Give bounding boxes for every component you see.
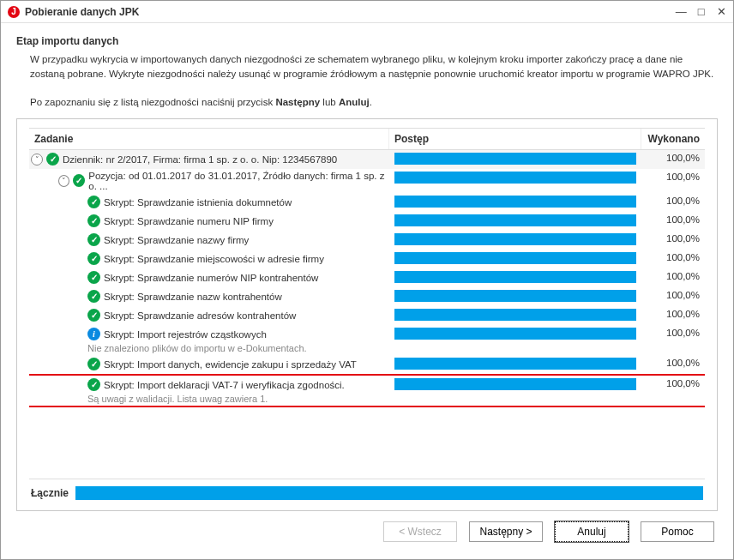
progress-bar (394, 378, 636, 390)
progress-bar (394, 328, 636, 340)
progress-bar (394, 271, 636, 283)
table-row[interactable]: ✓Skrypt: Sprawdzanie nazw kontrahentów10… (29, 287, 705, 306)
close-button[interactable]: ✕ (713, 5, 730, 18)
check-icon: ✓ (87, 271, 100, 284)
done-value: 100,0% (641, 212, 705, 227)
table-row[interactable]: ✓Skrypt: Sprawdzanie numerów NIP kontrah… (29, 268, 705, 287)
task-label: Pozycja: od 01.01.2017 do 31.01.2017, Źr… (88, 171, 386, 191)
task-label: Dziennik: nr 2/2017, Firma: firma 1 sp. … (63, 154, 337, 165)
done-value: 100,0% (641, 376, 705, 391)
table-row[interactable]: ✓Skrypt: Sprawdzanie miejscowości w adre… (29, 250, 705, 268)
task-subtext: Są uwagi z walidacji. Lista uwag zawiera… (29, 394, 386, 404)
progress-bar (394, 290, 636, 302)
stage-desc-p2b: lub (320, 97, 339, 107)
check-icon: ✓ (73, 174, 85, 187)
check-icon: ✓ (87, 309, 100, 322)
col-header-task: Zadanie (29, 129, 389, 149)
done-value: 100,0% (641, 150, 705, 166)
check-icon: ✓ (87, 290, 100, 303)
done-value: 100,0% (641, 231, 705, 246)
titlebar: J Pobieranie danych JPK — □ ✕ (1, 1, 733, 23)
info-icon: i (87, 328, 100, 340)
app-icon: J (8, 6, 20, 18)
check-icon: ✓ (87, 214, 100, 227)
check-icon: ✓ (87, 233, 100, 246)
task-subtext: Nie znaleziono plików do importu w e-Dok… (29, 343, 386, 353)
button-row: < Wstecz Następny > Anuluj Pomoc (16, 511, 718, 554)
check-icon: ✓ (87, 378, 100, 391)
progress-bar (394, 309, 636, 321)
window: J Pobieranie danych JPK — □ ✕ Etap impor… (0, 0, 734, 560)
minimize-button[interactable]: — (672, 5, 689, 18)
task-label: Skrypt: Sprawdzanie numerów NIP kontrahe… (104, 273, 318, 283)
table-row[interactable]: ˅✓Pozycja: od 01.01.2017 do 31.01.2017, … (29, 169, 705, 193)
done-value: 100,0% (641, 355, 705, 370)
stage-description: W przypadku wykrycia w importowanych dan… (30, 52, 718, 110)
done-value: 100,0% (641, 169, 705, 184)
total-progress-bar (75, 486, 703, 500)
table-row[interactable]: ✓Skrypt: Sprawdzanie adresów kontrahentó… (29, 306, 705, 325)
window-controls: — □ ✕ (672, 5, 730, 18)
task-label: Skrypt: Sprawdzanie nazwy firmy (104, 235, 249, 245)
collapse-icon[interactable]: ˅ (58, 175, 69, 187)
table-row[interactable]: iSkrypt: Import rejestrów cząstkowychNie… (29, 325, 705, 355)
table-row[interactable]: ✓Skrypt: Sprawdzanie numeru NIP firmy100… (29, 212, 705, 231)
task-label: Skrypt: Import deklaracji VAT-7 i weryfi… (104, 380, 345, 390)
task-label: Skrypt: Import rejestrów cząstkowych (104, 329, 267, 340)
progress-bar (394, 153, 636, 165)
progress-bar (394, 196, 636, 208)
done-value: 100,0% (641, 268, 705, 284)
task-label: Skrypt: Sprawdzanie miejscowości w adres… (104, 254, 324, 264)
maximize-button[interactable]: □ (693, 5, 710, 18)
task-label: Skrypt: Sprawdzanie numeru NIP firmy (104, 216, 274, 226)
col-header-progress: Postęp (389, 129, 641, 149)
content: Etap importu danych W przypadku wykrycia… (1, 23, 733, 559)
table-body: ˅✓Dziennik: nr 2/2017, Firma: firma 1 sp… (29, 150, 705, 479)
stage-desc-em2: Anuluj (339, 97, 370, 107)
done-value: 100,0% (641, 193, 705, 208)
check-icon: ✓ (87, 252, 100, 265)
task-label: Skrypt: Sprawdzanie nazw kontrahentów (104, 292, 282, 302)
col-header-done: Wykonano (641, 129, 705, 149)
done-value: 100,0% (641, 250, 705, 265)
stage-desc-p1: W przypadku wykrycia w importowanych dan… (30, 54, 713, 79)
check-icon: ✓ (87, 358, 100, 370)
next-button[interactable]: Następny > (469, 521, 543, 542)
check-icon: ✓ (46, 153, 59, 166)
done-value: 100,0% (641, 287, 705, 303)
stage-desc-p2a: Po zapoznaniu się z listą niezgodności n… (30, 97, 275, 107)
total-row: Łącznie (29, 479, 705, 502)
done-value: 100,0% (641, 306, 705, 322)
task-label: Skrypt: Sprawdzanie adresów kontrahentów (104, 310, 296, 321)
window-title: Pobieranie danych JPK (25, 6, 672, 18)
back-button: < Wstecz (383, 521, 457, 542)
collapse-icon[interactable]: ˅ (31, 154, 43, 166)
cancel-button[interactable]: Anuluj (555, 521, 629, 542)
table-row[interactable]: ˅✓Dziennik: nr 2/2017, Firma: firma 1 sp… (29, 150, 705, 169)
table-row[interactable]: ✓Skrypt: Import deklaracji VAT-7 i weryf… (29, 374, 705, 407)
stage-desc-em1: Następny (275, 97, 320, 107)
total-label: Łącznie (31, 487, 69, 499)
task-label: Skrypt: Sprawdzanie istnienia dokumnetów (104, 197, 292, 208)
table-row[interactable]: ✓Skrypt: Sprawdzanie nazwy firmy100,0% (29, 231, 705, 250)
check-icon: ✓ (87, 196, 100, 208)
progress-bar (394, 172, 636, 184)
progress-bar (394, 233, 636, 245)
table-row[interactable]: ✓Skrypt: Import danych, ewidencje zakupu… (29, 355, 705, 374)
table-row[interactable]: ✓Skrypt: Sprawdzanie istnienia dokumnetó… (29, 193, 705, 212)
help-button[interactable]: Pomoc (641, 521, 714, 542)
progress-bar (394, 358, 636, 370)
progress-bar (394, 214, 636, 226)
stage-title: Etap importu danych (16, 35, 718, 47)
table-header: Zadanie Postęp Wykonano (29, 129, 705, 150)
progress-bar (394, 252, 636, 264)
stage-desc-p2c: . (370, 97, 372, 107)
progress-frame: Zadanie Postęp Wykonano ˅✓Dziennik: nr 2… (16, 118, 718, 511)
task-label: Skrypt: Import danych, ewidencje zakupu … (104, 359, 357, 370)
task-table: Zadanie Postęp Wykonano ˅✓Dziennik: nr 2… (29, 128, 705, 479)
done-value: 100,0% (641, 325, 705, 340)
